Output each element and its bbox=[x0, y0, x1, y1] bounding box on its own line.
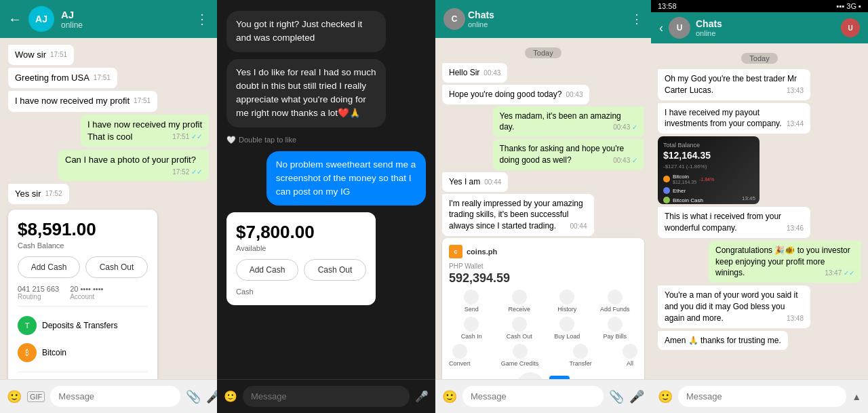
cash-amount: $8,591.00 bbox=[18, 219, 148, 240]
message-bubble: Wow sir 17:51 bbox=[8, 45, 74, 65]
message-bubble: You're a man of your word you said it an… bbox=[658, 286, 810, 328]
back-icon[interactable]: ‹ bbox=[659, 21, 663, 35]
message-bubble: Yes madam, it's been an amazing day. 00:… bbox=[493, 106, 645, 138]
message-row: Hope you're doing good today? 00:43 bbox=[442, 85, 644, 104]
message-input[interactable] bbox=[243, 386, 410, 407]
avatar: U bbox=[669, 17, 690, 39]
message-row: Can I have a photo of your profit? 17:52… bbox=[8, 150, 209, 181]
chats-label: Chats bbox=[696, 18, 835, 29]
message-row: Wow sir 17:51 bbox=[8, 45, 209, 65]
cash-app-card-row: $8,591.00 Cash Balance Add Cash Cash Out… bbox=[8, 207, 209, 379]
coins-balance: 592,394.59 bbox=[449, 271, 637, 286]
profit-card-row: Total Balance $12,164.35 -$127.41 (-1.86… bbox=[658, 136, 861, 204]
panel-3-header: C Chats online ⋮ bbox=[435, 0, 651, 38]
bitcoin-item: ₿ Bitcoin bbox=[18, 339, 148, 366]
panel-1-header: ← AJ AJ online ⋮ bbox=[0, 0, 217, 38]
message-row: This is what i received from your wonder… bbox=[658, 207, 861, 238]
message-bubble: This is what i received from your wonder… bbox=[658, 207, 810, 238]
panel-3: C Chats online ⋮ Today Hello Sir 00:43 H… bbox=[435, 0, 651, 413]
emoji-icon[interactable]: 🙂 bbox=[224, 390, 237, 403]
panel-4-header: ‹ U Chats online U bbox=[651, 12, 868, 43]
phone-status: 13:58 ▪▪▪ 3G ▪ bbox=[651, 0, 868, 12]
emoji-icon[interactable]: 🙂 bbox=[658, 389, 673, 404]
more-icon[interactable]: ⋮ bbox=[631, 12, 643, 26]
more-icon[interactable]: ⋮ bbox=[195, 11, 209, 27]
today-badge: Today bbox=[658, 52, 861, 64]
message-bubble: Thanks for asking and hope you're doing … bbox=[493, 139, 645, 170]
message-row: Oh my God you're the best trader Mr Cart… bbox=[658, 69, 861, 100]
cash-out-button[interactable]: Cash Out bbox=[85, 256, 148, 278]
mic-icon[interactable]: 🎤 bbox=[415, 390, 429, 403]
add-cash-button[interactable]: Add Cash bbox=[18, 256, 80, 278]
message-input[interactable] bbox=[462, 386, 604, 407]
message-row: Amen 🙏 thanks for trusting me. bbox=[658, 331, 861, 351]
gif-icon[interactable]: GIF bbox=[27, 391, 45, 402]
chat-area-1: Wow sir 17:51 Greeting from USA 17:51 I … bbox=[0, 38, 217, 379]
panel-2: You got it right? Just checked it and wa… bbox=[217, 0, 435, 413]
message-bubble: Hope you're doing good today? 00:43 bbox=[442, 85, 589, 104]
message-row: Congratulations 🎉🐠 to you investor keep … bbox=[658, 241, 861, 283]
message-bubble: Congratulations 🎉🐠 to you investor keep … bbox=[709, 241, 861, 283]
message-bubble: I have received my payout investments fr… bbox=[658, 103, 810, 134]
cash-info-row: 041 215 663 Routing 20 •••• •••• Account bbox=[18, 285, 148, 300]
mic-icon[interactable]: 🎤 bbox=[629, 389, 644, 404]
online-status: online bbox=[696, 29, 835, 37]
avatar: C bbox=[443, 8, 465, 30]
cash-label: Available bbox=[236, 244, 366, 252]
dark-message-sent: No problem sweetheart send me a screensh… bbox=[267, 151, 426, 206]
add-cash-button[interactable]: Add Cash bbox=[236, 259, 298, 281]
account-number: 20 •••• •••• bbox=[70, 285, 103, 293]
message-row: You're a man of your word you said it an… bbox=[658, 286, 861, 328]
message-bubble: Greeting from USA 17:51 bbox=[8, 68, 117, 88]
routing-number: 041 215 663 bbox=[18, 285, 59, 293]
panel-1: ← AJ AJ online ⋮ Wow sir 17:51 Greeting … bbox=[0, 0, 217, 413]
coins-ph-card-row: c coins.ph PHP Wallet 592,394.59 Send Re… bbox=[442, 238, 644, 379]
back-icon[interactable]: ← bbox=[8, 12, 22, 27]
message-row: I have now received my profitThat is coo… bbox=[8, 115, 209, 147]
message-row: I have now received my profit 17:51 bbox=[8, 91, 209, 111]
status-time: 13:58 bbox=[658, 2, 677, 10]
message-row: Hello Sir 00:43 bbox=[442, 63, 644, 83]
profit-image-card: Total Balance $12,164.35 -$127.41 (-1.86… bbox=[658, 136, 760, 204]
message-bubble: Can I have a photo of your profit? 17:52… bbox=[58, 150, 209, 181]
message-row: Greeting from USA 17:51 bbox=[8, 68, 209, 88]
message-row: Thanks for asking and hope you're doing … bbox=[442, 139, 644, 170]
contact-name: AJ bbox=[61, 9, 189, 20]
message-bubble: I'm really impressed by your amazing tra… bbox=[442, 194, 594, 236]
message-input[interactable] bbox=[50, 386, 180, 407]
message-row: Yes madam, it's been an amazing day. 00:… bbox=[442, 106, 644, 138]
message-row: Yes I am 00:44 bbox=[442, 172, 644, 192]
input-area: 🙂 GIF 📎 🎤 bbox=[0, 379, 217, 413]
message-bubble: Yes I am 00:44 bbox=[442, 172, 508, 192]
panel-4: 13:58 ▪▪▪ 3G ▪ ‹ U Chats online U Today … bbox=[651, 0, 868, 413]
message-bubble: Amen 🙏 thanks for trusting me. bbox=[658, 331, 788, 351]
attachment-icon[interactable]: 📎 bbox=[186, 389, 201, 404]
chevron-up-icon[interactable]: ▲ bbox=[852, 391, 861, 402]
dark-chat-area: You got it right? Just checked it and wa… bbox=[217, 0, 435, 379]
dark-message: Yes I do like for real I had so much dou… bbox=[226, 59, 386, 127]
coins-ph-logo: c bbox=[449, 245, 462, 258]
today-badge: Today bbox=[442, 46, 644, 58]
contact-status: online bbox=[61, 20, 189, 30]
cash-label: Cash Balance bbox=[18, 241, 148, 250]
input-area: 🙂 📎 🎤 bbox=[435, 379, 651, 413]
cash-buttons: Add Cash Cash Out bbox=[236, 259, 366, 281]
message-row: Yes sir 17:52 bbox=[8, 184, 209, 204]
input-area: 🙂 ▲ bbox=[651, 379, 868, 413]
contact-status: online bbox=[468, 20, 494, 28]
contact-name: Chats bbox=[468, 9, 494, 20]
dark-input-area: 🙂 🎤 bbox=[217, 379, 435, 413]
message-bubble: I have now received my profitThat is coo… bbox=[81, 115, 209, 147]
contact-info: AJ online bbox=[61, 9, 189, 30]
mic-icon[interactable]: 🎤 bbox=[206, 389, 217, 404]
coins-grid: Send Receive History Add Funds bbox=[449, 290, 637, 313]
emoji-icon[interactable]: 🙂 bbox=[442, 389, 457, 404]
avatar: AJ bbox=[28, 6, 54, 32]
message-bubble: Yes sir 17:52 bbox=[8, 184, 69, 204]
cash-out-button[interactable]: Cash Out bbox=[304, 259, 366, 281]
attachment-icon[interactable]: 📎 bbox=[609, 389, 624, 404]
message-input[interactable] bbox=[678, 386, 846, 407]
emoji-icon[interactable]: 🙂 bbox=[7, 389, 22, 404]
dark-message: You got it right? Just checked it and wa… bbox=[226, 11, 386, 52]
like-row: 🤍 Double tap to like bbox=[226, 136, 426, 144]
